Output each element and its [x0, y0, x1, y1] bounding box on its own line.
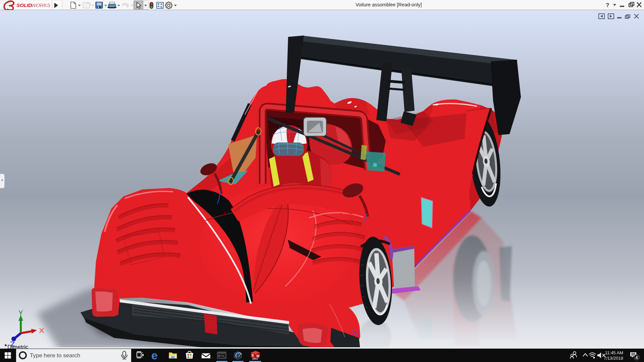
svg-text:WORKS: WORKS: [31, 2, 51, 8]
svg-text:7/13/2018: 7/13/2018: [604, 356, 623, 361]
svg-text:2017: 2017: [252, 357, 258, 360]
svg-text:4: 4: [636, 355, 638, 360]
svg-text:e: e: [151, 349, 158, 362]
svg-text:Dimetric: Dimetric: [7, 344, 29, 349]
svg-text:Type here to search: Type here to search: [30, 352, 80, 359]
svg-text:S: S: [252, 354, 254, 357]
svg-text:?: ?: [606, 2, 609, 8]
svg-text:SOLID: SOLID: [16, 2, 32, 8]
svg-text:11:45 AM: 11:45 AM: [605, 350, 623, 355]
svg-text:C:\_: C:\_: [218, 355, 226, 358]
